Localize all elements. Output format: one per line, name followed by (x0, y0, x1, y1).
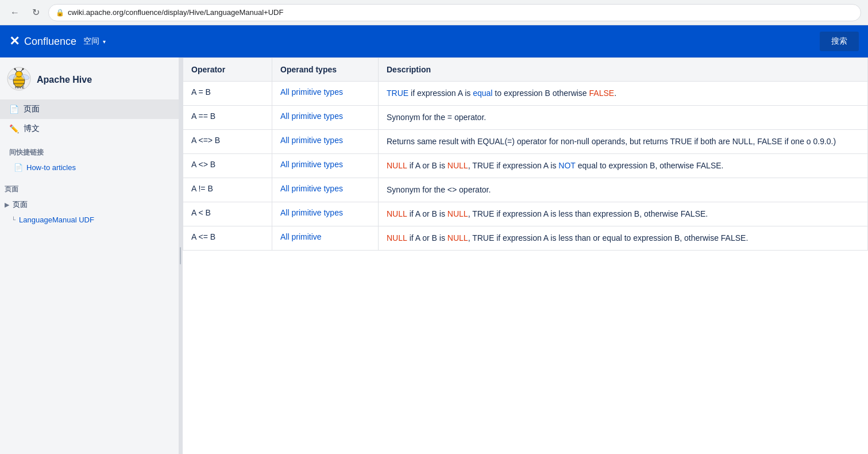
operand-cell: All primitive types (272, 130, 379, 154)
confluence-app-name: Confluence (24, 36, 76, 48)
header-description: Description (379, 58, 868, 82)
table-row: A != BAll primitive typesSynonym for the… (183, 178, 868, 202)
refresh-button[interactable]: ↻ (28, 5, 44, 21)
table-row: A <> BAll primitive typesNULL if A or B … (183, 154, 868, 178)
description-cell: Synonym for the = operator. (379, 106, 868, 130)
operator-cell: A < B (183, 202, 272, 226)
description-cell: NULL if A or B is NULL, TRUE if expressi… (379, 202, 868, 226)
header-operand: Operand types (272, 58, 379, 82)
description-cell: TRUE if expression A is equal to express… (379, 82, 868, 106)
svg-point-8 (14, 68, 16, 70)
language-manual-udf-link[interactable]: └ LanguageManual UDF (0, 213, 182, 227)
pages-section-title: 页面 (0, 180, 182, 197)
svg-rect-4 (13, 83, 25, 84)
sidebar-nav: 📄 页面 ✏️ 博文 (0, 97, 182, 141)
search-button[interactable]: 搜索 (820, 32, 859, 51)
hive-logo: HIVE (7, 67, 31, 93)
table-row: A = BAll primitive typesTRUE if expressi… (183, 82, 868, 106)
description-cell: NULL if A or B is NULL, TRUE if expressi… (379, 154, 868, 178)
resizer-handle (180, 247, 181, 264)
operator-cell: A != B (183, 178, 272, 202)
sidebar-item-blog[interactable]: ✏️ 博文 (0, 119, 182, 138)
operand-cell: All primitive types (272, 154, 379, 178)
sidebar: HIVE Apache Hive 📄 页面 ✏️ 博文 间快捷链接 📄 How-… (0, 57, 183, 454)
spaces-dropdown-arrow: ▾ (103, 39, 106, 45)
sidebar-item-pages[interactable]: 📄 页面 (0, 99, 182, 119)
operand-cell: All primitive types (272, 106, 379, 130)
sidebar-app-title: Apache Hive (37, 75, 92, 85)
confluence-header: ✕ Confluence 空间 ▾ 搜索 (0, 25, 868, 57)
how-to-link[interactable]: 📄 How-to articles (0, 160, 182, 175)
operator-cell: A == B (183, 106, 272, 130)
description-cell: Returns same result with EQUAL(=) operat… (379, 130, 868, 154)
confluence-logo: ✕ Confluence (9, 34, 76, 49)
pages-icon: 📄 (9, 105, 19, 114)
table-row: A <= BAll primitiveNULL if A or B is NUL… (183, 226, 868, 251)
operator-cell: A = B (183, 82, 272, 106)
sidebar-header: HIVE Apache Hive (0, 57, 182, 97)
description-cell: NULL if A or B is NULL, TRUE if expressi… (379, 226, 868, 251)
back-button[interactable]: ← (7, 5, 23, 21)
svg-rect-3 (13, 79, 25, 81)
spaces-nav[interactable]: 空间 ▾ (83, 36, 106, 47)
table-header-row: Operator Operand types Description (183, 58, 868, 82)
lock-icon: 🔒 (56, 9, 64, 17)
expand-icon: ▶ (5, 201, 9, 209)
operand-cell: All primitive types (272, 82, 379, 106)
confluence-logo-x: ✕ (9, 34, 20, 49)
operator-cell: A <=> B (183, 130, 272, 154)
page-layout: HIVE Apache Hive 📄 页面 ✏️ 博文 间快捷链接 📄 How-… (0, 57, 868, 454)
main-content: Operator Operand types Description A = B… (183, 57, 868, 454)
shortcuts-section: 间快捷链接 📄 How-to articles (0, 141, 182, 175)
operand-cell: All primitive types (272, 202, 379, 226)
url-text: cwiki.apache.org/confluence/display/Hive… (68, 8, 283, 17)
pages-label: 页面 (24, 104, 40, 114)
operand-cell: All primitive types (272, 178, 379, 202)
table-row: A <=> BAll primitive typesReturns same r… (183, 130, 868, 154)
pages-section: 页面 ▶ 页面 └ LanguageManual UDF (0, 175, 182, 232)
address-bar[interactable]: 🔒 cwiki.apache.org/confluence/display/Hi… (48, 4, 861, 21)
header-operator: Operator (183, 58, 272, 82)
how-to-label: How-to articles (26, 163, 76, 172)
description-cell: Synonym for the <> operator. (379, 178, 868, 202)
doc-icon: 📄 (14, 163, 23, 172)
table-row: A == BAll primitive typesSynonym for the… (183, 106, 868, 130)
child-icon: └ (11, 217, 16, 223)
blog-label: 博文 (24, 124, 40, 134)
operator-cell: A <= B (183, 226, 272, 251)
blog-icon: ✏️ (9, 124, 19, 133)
svg-text:HIVE: HIVE (15, 85, 25, 89)
sidebar-resizer[interactable] (179, 57, 182, 454)
operand-cell: All primitive (272, 226, 379, 251)
operators-table: Operator Operand types Description A = B… (183, 57, 868, 251)
language-manual-udf-label: LanguageManual UDF (19, 216, 94, 224)
pages-root-item[interactable]: ▶ 页面 (0, 197, 182, 213)
pages-root-label: 页面 (13, 199, 28, 210)
operator-cell: A <> B (183, 154, 272, 178)
svg-point-9 (22, 68, 24, 70)
spaces-label: 空间 (83, 36, 99, 47)
browser-chrome: ← ↻ 🔒 cwiki.apache.org/confluence/displa… (0, 0, 868, 25)
table-row: A < BAll primitive typesNULL if A or B i… (183, 202, 868, 226)
shortcuts-title: 间快捷链接 (0, 141, 182, 160)
